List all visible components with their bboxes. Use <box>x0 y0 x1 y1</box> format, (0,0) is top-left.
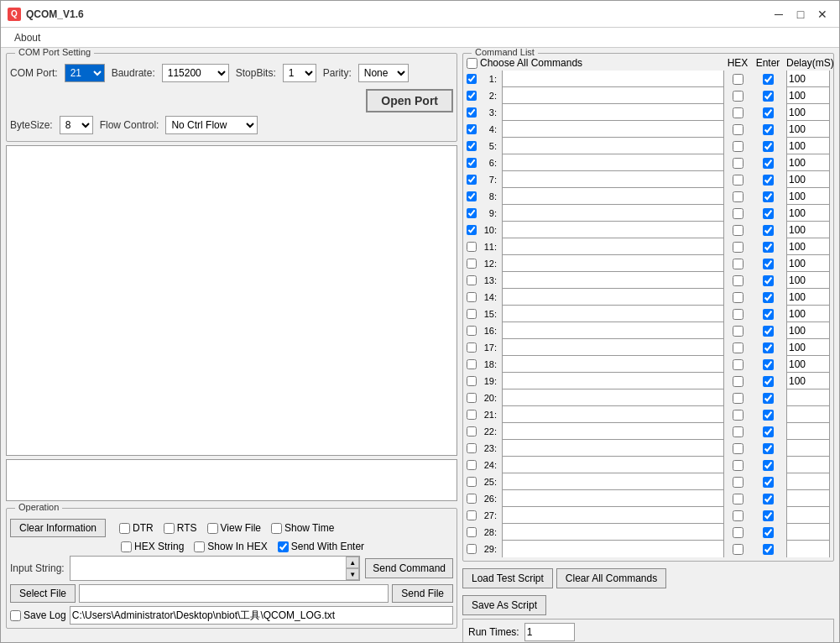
cmd-checkbox-6[interactable] <box>467 158 477 168</box>
cmd-text-11[interactable] <box>502 238 724 256</box>
bytesize-select[interactable]: 8 <box>60 116 93 134</box>
run-times-input[interactable] <box>524 623 575 641</box>
cmd-hex-cb-4[interactable] <box>733 124 743 135</box>
cmd-hex-cb-15[interactable] <box>733 309 743 320</box>
cmd-checkbox-3[interactable] <box>467 107 477 118</box>
cmd-hex-cb-9[interactable] <box>733 208 743 219</box>
cmd-delay-19[interactable] <box>786 372 830 390</box>
cmd-delay-23[interactable] <box>786 439 830 457</box>
cmd-checkbox-13[interactable] <box>467 275 477 285</box>
cmd-checkbox-20[interactable] <box>467 393 477 403</box>
select-file-button[interactable]: Select File <box>10 584 76 603</box>
cmd-hex-cb-24[interactable] <box>733 460 743 471</box>
cmd-delay-22[interactable] <box>786 422 830 441</box>
cmd-hex-cb-23[interactable] <box>733 443 743 454</box>
cmd-checkbox-12[interactable] <box>467 259 477 269</box>
choose-all-checkbox[interactable] <box>467 58 477 69</box>
save-as-script-button[interactable]: Save As Script <box>462 595 546 615</box>
cmd-delay-6[interactable] <box>786 154 830 172</box>
cmd-enter-cb-5[interactable] <box>763 141 774 152</box>
cmd-enter-cb-11[interactable] <box>763 242 774 253</box>
cmd-delay-20[interactable] <box>786 389 830 407</box>
stopbits-select[interactable]: 1 <box>283 64 316 82</box>
cmd-checkbox-24[interactable] <box>467 460 477 470</box>
cmd-text-13[interactable] <box>502 271 724 290</box>
cmd-checkbox-2[interactable] <box>467 91 477 101</box>
clear-info-button[interactable]: Clear Information <box>10 519 106 537</box>
cmd-hex-cb-21[interactable] <box>733 410 743 421</box>
cmd-checkbox-26[interactable] <box>467 494 477 504</box>
cmd-checkbox-17[interactable] <box>467 342 477 353</box>
cmd-checkbox-22[interactable] <box>467 426 477 437</box>
show-in-hex-checkbox-label[interactable]: Show In HEX <box>194 541 267 552</box>
cmd-text-21[interactable] <box>502 405 724 424</box>
cmd-hex-cb-28[interactable] <box>733 527 743 538</box>
file-path-input[interactable] <box>79 584 389 603</box>
send-with-enter-checkbox[interactable] <box>278 541 289 552</box>
cmd-delay-14[interactable] <box>786 288 830 306</box>
cmd-hex-cb-2[interactable] <box>733 91 743 102</box>
cmd-text-9[interactable] <box>502 204 724 222</box>
cmd-enter-cb-2[interactable] <box>763 91 774 102</box>
cmd-hex-cb-18[interactable] <box>733 359 743 370</box>
cmd-checkbox-19[interactable] <box>467 376 477 386</box>
cmd-checkbox-10[interactable] <box>467 225 477 235</box>
cmd-delay-9[interactable] <box>786 204 830 222</box>
cmd-hex-cb-26[interactable] <box>733 494 743 504</box>
cmd-checkbox-16[interactable] <box>467 326 477 336</box>
cmd-text-20[interactable] <box>502 389 724 407</box>
cmd-text-8[interactable] <box>502 187 724 206</box>
cmd-checkbox-28[interactable] <box>467 527 477 537</box>
cmd-text-25[interactable] <box>502 473 724 491</box>
cmd-delay-25[interactable] <box>786 473 830 491</box>
cmd-text-3[interactable] <box>502 103 724 122</box>
cmd-hex-cb-19[interactable] <box>733 376 743 387</box>
cmd-delay-4[interactable] <box>786 120 830 139</box>
cmd-enter-cb-9[interactable] <box>763 208 774 219</box>
cmd-hex-cb-3[interactable] <box>733 107 743 118</box>
cmd-checkbox-29[interactable] <box>467 544 477 554</box>
cmd-delay-24[interactable] <box>786 456 830 474</box>
input-string-textarea[interactable] <box>70 557 347 580</box>
cmd-enter-cb-12[interactable] <box>763 259 774 269</box>
cmd-delay-18[interactable] <box>786 355 830 374</box>
cmd-text-26[interactable] <box>502 489 724 508</box>
cmd-text-23[interactable] <box>502 439 724 457</box>
cmd-enter-cb-22[interactable] <box>763 426 774 437</box>
cmd-hex-cb-20[interactable] <box>733 393 743 404</box>
cmd-text-12[interactable] <box>502 254 724 273</box>
cmd-delay-7[interactable] <box>786 170 830 189</box>
cmd-checkbox-4[interactable] <box>467 124 477 134</box>
hex-string-checkbox[interactable] <box>121 541 132 552</box>
cmd-enter-cb-1[interactable] <box>763 74 774 85</box>
show-time-checkbox-label[interactable]: Show Time <box>271 522 334 534</box>
cmd-enter-cb-15[interactable] <box>763 309 774 320</box>
cmd-hex-cb-14[interactable] <box>733 292 743 303</box>
cmd-hex-cb-27[interactable] <box>733 510 743 521</box>
clear-all-commands-button[interactable]: Clear All Commands <box>556 568 666 588</box>
cmd-text-17[interactable] <box>502 338 724 357</box>
cmd-hex-cb-1[interactable] <box>733 74 743 85</box>
close-button[interactable]: ✕ <box>812 4 832 24</box>
cmd-checkbox-15[interactable] <box>467 309 477 319</box>
open-port-button[interactable]: Open Port <box>366 89 453 112</box>
cmd-enter-cb-3[interactable] <box>763 107 774 118</box>
cmd-text-16[interactable] <box>502 322 724 340</box>
cmd-enter-cb-13[interactable] <box>763 275 774 286</box>
cmd-checkbox-8[interactable] <box>467 191 477 201</box>
cmd-enter-cb-28[interactable] <box>763 527 774 538</box>
cmd-enter-cb-18[interactable] <box>763 359 774 370</box>
cmd-checkbox-25[interactable] <box>467 477 477 487</box>
cmd-text-4[interactable] <box>502 120 724 139</box>
cmd-delay-26[interactable] <box>786 489 830 508</box>
send-file-button[interactable]: Send File <box>392 584 453 603</box>
cmd-text-10[interactable] <box>502 221 724 239</box>
hex-string-checkbox-label[interactable]: HEX String <box>121 541 184 552</box>
scroll-up-button[interactable]: ▲ <box>346 557 359 568</box>
cmd-checkbox-23[interactable] <box>467 443 477 453</box>
cmd-enter-cb-7[interactable] <box>763 175 774 186</box>
cmd-text-1[interactable] <box>502 71 724 88</box>
cmd-checkbox-18[interactable] <box>467 359 477 369</box>
cmd-delay-28[interactable] <box>786 523 830 541</box>
com-port-select[interactable]: 21 <box>65 64 105 82</box>
